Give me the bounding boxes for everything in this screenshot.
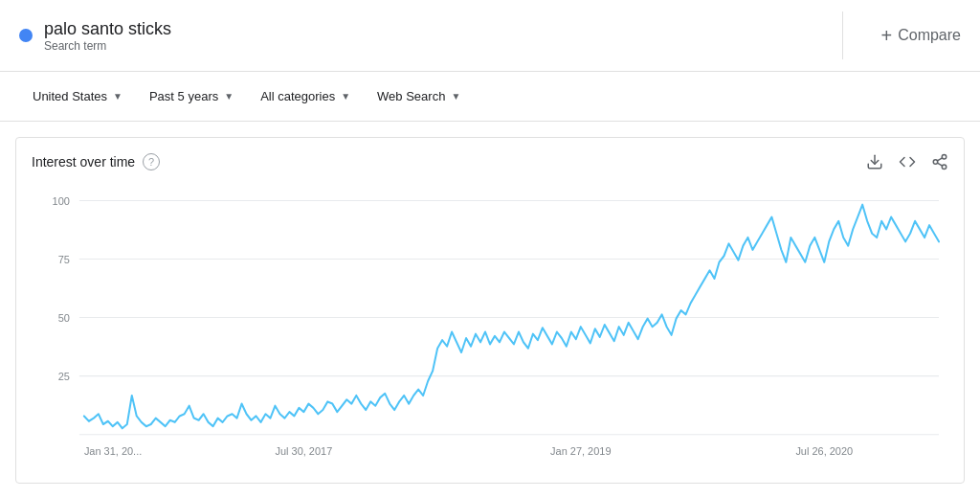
svg-text:25: 25 [58, 371, 70, 382]
category-caret: ▼ [341, 91, 350, 102]
filters-bar: United States ▼ Past 5 years ▼ All categ… [0, 72, 980, 122]
interest-over-time-card: Interest over time ? [15, 137, 965, 484]
region-label: United States [33, 89, 107, 103]
category-filter[interactable]: All categories ▼ [247, 81, 364, 111]
card-header: Interest over time ? [32, 153, 948, 170]
compare-label: Compare [898, 27, 961, 44]
svg-text:Jan 31, 20...: Jan 31, 20... [84, 445, 142, 457]
svg-line-4 [937, 163, 942, 166]
compare-area[interactable]: + Compare [843, 25, 962, 47]
search-term-value: palo santo sticks [44, 19, 171, 39]
embed-button[interactable] [899, 153, 916, 170]
share-button[interactable] [931, 153, 948, 170]
category-label: All categories [260, 89, 335, 103]
search-type-caret: ▼ [451, 91, 460, 102]
svg-text:75: 75 [58, 253, 70, 264]
term-color-dot [19, 29, 33, 42]
compare-plus-icon: + [881, 25, 893, 47]
svg-text:50: 50 [58, 312, 70, 324]
region-caret: ▼ [113, 91, 122, 102]
svg-line-5 [937, 158, 942, 161]
search-term-text: palo santo sticks Search term [44, 19, 171, 53]
search-term-area: palo santo sticks Search term [19, 11, 843, 59]
search-term-label: Search term [44, 39, 171, 53]
svg-text:Jan 27, 2019: Jan 27, 2019 [550, 445, 611, 457]
card-title-area: Interest over time ? [32, 153, 160, 170]
search-type-filter[interactable]: Web Search ▼ [364, 81, 474, 111]
svg-text:Jul 26, 2020: Jul 26, 2020 [795, 445, 853, 457]
card-title: Interest over time [32, 154, 135, 170]
chart-area: 100 75 50 25 Jan 31, 20... Jul 30, 2017 … [32, 180, 948, 467]
download-button[interactable] [866, 153, 883, 170]
card-actions [866, 153, 948, 170]
region-filter[interactable]: United States ▼ [19, 81, 136, 111]
search-type-label: Web Search [377, 89, 445, 103]
time-label: Past 5 years [149, 89, 218, 103]
time-caret: ▼ [224, 91, 234, 102]
help-icon[interactable]: ? [143, 153, 160, 170]
time-filter[interactable]: Past 5 years ▼ [136, 81, 247, 111]
svg-text:Jul 30, 2017: Jul 30, 2017 [276, 445, 333, 457]
trend-chart: 100 75 50 25 Jan 31, 20... Jul 30, 2017 … [32, 180, 948, 467]
svg-text:100: 100 [53, 194, 70, 206]
header: palo santo sticks Search term + Compare [0, 0, 980, 72]
